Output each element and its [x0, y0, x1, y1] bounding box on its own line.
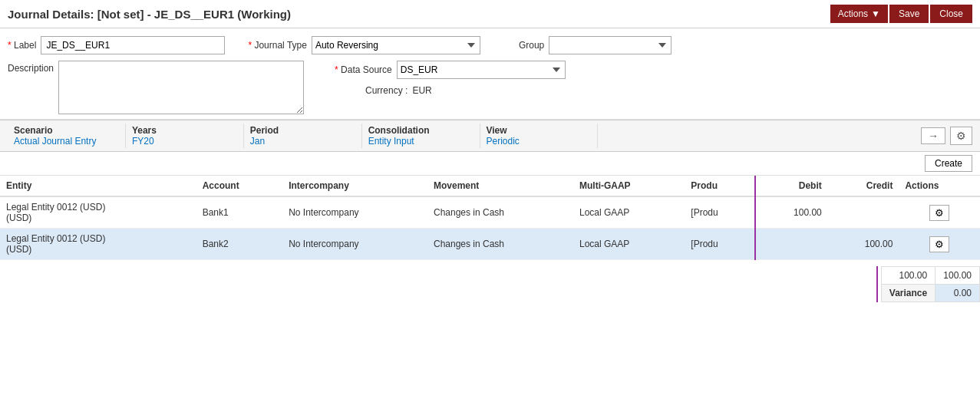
table-toolbar: Create [0, 152, 980, 176]
cell-entity: Legal Entity 0012 (USD)(USD) [0, 229, 196, 260]
table-row: Legal Entity 0012 (USD)(USD) Bank2 No In… [0, 229, 980, 260]
consolidation-col-header: Consolidation [368, 125, 474, 136]
view-col-value: Periodic [487, 136, 592, 147]
col-multi-gaap: Multi-GAAP [573, 176, 685, 196]
variance-label: Variance [881, 285, 935, 302]
data-source-select[interactable]: DS_EUR [397, 61, 566, 79]
journal-type-select[interactable]: Auto Reversing Standard Budget [312, 36, 480, 54]
col-movement: Movement [427, 176, 573, 196]
cell-intercompany: No Intercompany [282, 229, 427, 260]
group-label: Group [519, 40, 544, 51]
row-gear-button[interactable]: ⚙ [929, 236, 949, 252]
cell-debit [755, 229, 827, 260]
cell-product: [Produ [685, 229, 755, 260]
scenario-col-view: View Periodic [480, 124, 599, 148]
col-product: Produ [685, 176, 755, 196]
row-gear-button[interactable]: ⚙ [929, 205, 949, 221]
journal-table: Entity Account Intercompany Movement Mul… [0, 176, 980, 260]
variance-value: 0.00 [935, 285, 980, 302]
totals-row: 100.00 100.00 [881, 267, 979, 285]
cell-intercompany: No Intercompany [282, 196, 427, 229]
col-entity: Entity [0, 176, 196, 196]
journal-type-label: * Journal Type [248, 40, 307, 51]
totals-section: 100.00 100.00 Variance 0.00 [0, 266, 980, 302]
cell-multi-gaap: Local GAAP [573, 229, 685, 260]
years-col-value: FY20 [132, 136, 237, 147]
header-buttons: Actions ▼ Save Close [830, 5, 972, 23]
cell-credit: 100.00 [828, 229, 899, 260]
scenario-bar: Scenario Actual Journal Entry Years FY20… [0, 120, 980, 152]
period-col-header: Period [250, 125, 355, 136]
save-button[interactable]: Save [889, 5, 929, 23]
cell-debit: 100.00 [755, 196, 827, 229]
currency-value: EUR [412, 85, 431, 96]
data-source-label: * Data Source [335, 64, 392, 75]
col-credit: Credit [828, 176, 899, 196]
arrow-right-button[interactable]: → [921, 127, 945, 144]
view-col-header: View [487, 125, 592, 136]
close-button[interactable]: Close [930, 5, 972, 23]
scenario-col-scenario: Scenario Actual Journal Entry [8, 124, 126, 148]
description-input[interactable] [58, 61, 304, 114]
form-section: * Label * Journal Type Auto Reversing St… [0, 28, 980, 120]
table-row: Legal Entity 0012 (USD)(USD) Bank1 No In… [0, 196, 980, 229]
settings-button[interactable]: ⚙ [950, 127, 972, 145]
create-button[interactable]: Create [925, 155, 972, 172]
scenario-actions: → ⚙ [921, 127, 972, 145]
label-group: * Label [8, 36, 225, 54]
cell-row-actions: ⚙ [899, 196, 980, 229]
label-field-label: * Label [8, 40, 36, 51]
scenario-col-consolidation: Consolidation Entity Input [362, 124, 480, 148]
credit-total: 100.00 [935, 267, 980, 285]
cell-credit [828, 196, 899, 229]
col-account: Account [196, 176, 283, 196]
page-title: Journal Details: [Not set] - JE_DS__EUR1… [8, 8, 830, 21]
debit-total: 100.00 [881, 267, 935, 285]
scenario-columns: Scenario Actual Journal Entry Years FY20… [8, 124, 913, 148]
cell-product: [Produ [685, 196, 755, 229]
data-source-group: * Data Source DS_EUR [335, 61, 566, 79]
currency-group: Currency : EUR [365, 85, 566, 96]
description-group: Description [8, 61, 304, 114]
group-field-group: Group [519, 36, 671, 54]
journal-type-select-wrapper: Auto Reversing Standard Budget [312, 36, 480, 54]
cell-row-actions: ⚙ [899, 229, 980, 260]
years-col-header: Years [132, 125, 237, 136]
col-actions: Actions [899, 176, 980, 196]
consolidation-col-value: Entity Input [368, 136, 474, 147]
label-input[interactable] [41, 36, 225, 54]
actions-button[interactable]: Actions ▼ [830, 5, 888, 23]
journal-type-group: * Journal Type Auto Reversing Standard B… [248, 36, 480, 54]
col-intercompany: Intercompany [282, 176, 427, 196]
description-label: Description [8, 63, 54, 74]
variance-row: Variance 0.00 [881, 285, 979, 302]
group-select[interactable] [549, 36, 671, 54]
cell-account: Bank2 [196, 229, 283, 260]
chevron-down-icon: ▼ [871, 8, 880, 19]
col-debit: Debit [755, 176, 827, 196]
table-section: Entity Account Intercompany Movement Mul… [0, 176, 980, 260]
cell-entity: Legal Entity 0012 (USD)(USD) [0, 196, 196, 229]
scenario-col-years: Years FY20 [126, 124, 244, 148]
scenario-col-period: Period Jan [244, 124, 362, 148]
table-header-row: Entity Account Intercompany Movement Mul… [0, 176, 980, 196]
cell-movement: Changes in Cash [427, 196, 573, 229]
scenario-col-value: Actual Journal Entry [14, 136, 119, 147]
scenario-col-header: Scenario [14, 125, 119, 136]
cell-account: Bank1 [196, 196, 283, 229]
cell-multi-gaap: Local GAAP [573, 196, 685, 229]
totals-container: 100.00 100.00 Variance 0.00 [876, 266, 980, 302]
header: Journal Details: [Not set] - JE_DS__EUR1… [0, 0, 980, 28]
cell-movement: Changes in Cash [427, 229, 573, 260]
period-col-value: Jan [250, 136, 355, 147]
datasource-currency-group: * Data Source DS_EUR Currency : EUR [335, 61, 566, 96]
totals-table: 100.00 100.00 Variance 0.00 [881, 266, 980, 302]
currency-label: Currency : [365, 85, 408, 96]
